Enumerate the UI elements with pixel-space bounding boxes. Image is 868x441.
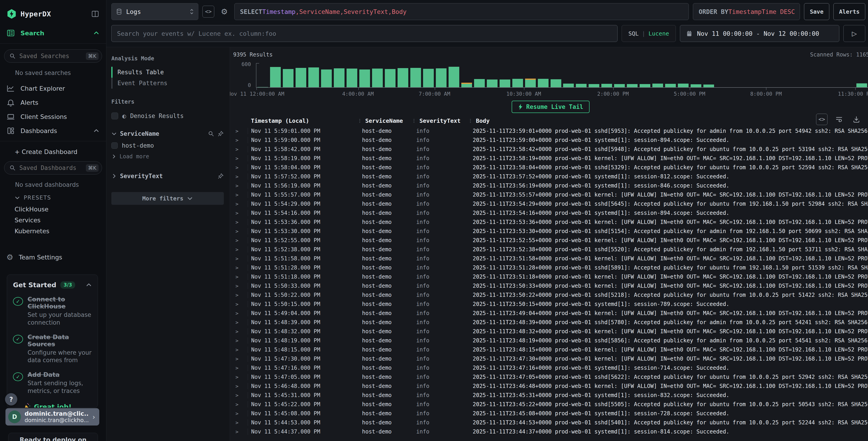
table-row[interactable]: >Nov 11 5:45:08.000 PMhost-demoinfo2025-… <box>233 409 868 418</box>
row-expand-chevron[interactable]: > <box>233 402 248 407</box>
row-expand-chevron[interactable]: > <box>233 392 248 398</box>
sidebar-item-team-settings[interactable]: ⚙ Team Settings <box>0 250 106 264</box>
table-row[interactable]: >Nov 11 5:51:28.000 PMhost-demoinfo2025-… <box>233 263 868 272</box>
table-row[interactable]: >Nov 11 5:44:53.000 PMhost-demoinfo2025-… <box>233 418 868 427</box>
get-started-item[interactable]: ✓ Connect to ClickHouse Set up your data… <box>13 296 92 327</box>
histogram-bar[interactable] <box>359 69 370 87</box>
help-button[interactable]: ? <box>5 393 17 406</box>
table-row[interactable]: >Nov 11 5:44:37.000 PMhost-demoinfo2025-… <box>233 427 868 436</box>
row-expand-chevron[interactable]: > <box>233 183 248 188</box>
load-more-button[interactable]: Load more <box>111 151 224 161</box>
histogram-bar[interactable] <box>703 85 714 87</box>
wrap-lines-button[interactable] <box>833 114 845 125</box>
row-expand-chevron[interactable]: > <box>233 265 248 271</box>
row-expand-chevron[interactable]: > <box>233 283 248 289</box>
save-button[interactable]: Save <box>804 3 829 20</box>
table-row[interactable]: >Nov 11 5:53:36.000 PMhost-demoinfo2025-… <box>233 217 868 227</box>
row-expand-chevron[interactable]: > <box>233 192 248 198</box>
row-expand-chevron[interactable]: > <box>233 174 248 179</box>
row-expand-chevron[interactable]: > <box>233 374 248 380</box>
host-demo-checkbox[interactable] <box>111 142 118 149</box>
preset-kubernetes[interactable]: Kubernetes <box>0 226 106 236</box>
mode-event-patterns[interactable]: Event Patterns <box>111 78 224 89</box>
row-expand-chevron[interactable]: > <box>233 274 248 280</box>
table-row[interactable]: >Nov 11 5:58:42.000 PMhost-demoinfo2025-… <box>233 145 868 154</box>
row-expand-chevron[interactable]: > <box>233 420 248 425</box>
histogram-bar[interactable] <box>385 69 396 87</box>
gear-icon[interactable]: ⚙ <box>218 6 230 18</box>
table-row[interactable]: >Nov 11 5:50:15.000 PMhost-demoinfo2025-… <box>233 299 868 308</box>
row-expand-chevron[interactable]: > <box>233 301 248 307</box>
row-expand-chevron[interactable]: > <box>233 247 248 253</box>
histogram-bar[interactable] <box>321 69 332 87</box>
histogram-bar[interactable] <box>857 83 867 87</box>
search-icon[interactable] <box>208 130 214 137</box>
event-search-input[interactable] <box>111 25 618 42</box>
filter-group-severitytext[interactable]: SeverityText <box>111 170 224 182</box>
saved-dashboards-box[interactable]: ⌘K <box>4 161 102 175</box>
histogram-bar[interactable] <box>474 79 485 87</box>
table-row[interactable]: >Nov 11 5:50:33.000 PMhost-demoinfo2025-… <box>233 281 868 290</box>
histogram-bar[interactable] <box>652 84 663 87</box>
sidebar-item-dashboards[interactable]: Dashboards <box>0 124 106 138</box>
column-header-timestamp[interactable]: Timestamp (Local) <box>248 118 362 124</box>
table-row[interactable]: >Nov 11 5:54:29.000 PMhost-demoinfo2025-… <box>233 199 868 208</box>
row-expand-chevron[interactable]: > <box>233 165 248 170</box>
row-expand-chevron[interactable]: > <box>233 347 248 353</box>
row-expand-chevron[interactable]: > <box>233 411 248 416</box>
alerts-button[interactable]: Alerts <box>833 3 865 20</box>
histogram-bar[interactable] <box>601 84 612 87</box>
row-expand-chevron[interactable]: > <box>233 128 248 134</box>
table-row[interactable]: >Nov 11 5:53:30.000 PMhost-demoinfo2025-… <box>233 227 868 236</box>
table-row[interactable]: >Nov 11 5:48:15.000 PMhost-demoinfo2025-… <box>233 345 868 354</box>
resume-live-tail-button[interactable]: Resume Live Tail <box>512 101 590 113</box>
table-row[interactable]: >Nov 11 5:47:05.000 PMhost-demoinfo2025-… <box>233 373 868 382</box>
table-row[interactable]: >Nov 11 5:51:58.000 PMhost-demoinfo2025-… <box>233 254 868 263</box>
histogram-bar[interactable] <box>551 79 561 87</box>
user-menu[interactable]: D dominic.tran@clic... dominic.tran@clic… <box>5 408 99 425</box>
row-expand-chevron[interactable]: > <box>233 155 248 161</box>
chevron-up-icon[interactable] <box>86 282 92 288</box>
row-expand-chevron[interactable]: > <box>233 311 248 316</box>
presets-toggle[interactable]: PRESETS <box>0 192 106 204</box>
column-header-body[interactable]: Body <box>473 118 868 124</box>
histogram-bar[interactable] <box>296 68 306 87</box>
table-row[interactable]: >Nov 11 5:55:57.000 PMhost-demoinfo2025-… <box>233 190 868 199</box>
histogram-bar[interactable] <box>512 79 523 87</box>
histogram-bar[interactable] <box>678 84 689 87</box>
row-expand-chevron[interactable]: > <box>233 365 248 371</box>
histogram-bar[interactable] <box>589 84 599 87</box>
table-row[interactable]: >Nov 11 5:48:19.000 PMhost-demoinfo2025-… <box>233 336 868 345</box>
histogram-bar[interactable] <box>614 84 625 87</box>
sidebar-item-alerts[interactable]: Alerts <box>0 95 106 110</box>
select-query[interactable]: SELECT Timestamp,ServiceName,SeverityTex… <box>234 3 689 20</box>
sql-toggle[interactable]: SQL <box>628 30 639 37</box>
histogram-bar[interactable] <box>563 84 574 87</box>
table-row[interactable]: >Nov 11 5:45:31.000 PMhost-demoinfo2025-… <box>233 391 868 400</box>
pin-icon[interactable] <box>217 130 224 137</box>
table-row[interactable]: >Nov 11 5:56:19.000 PMhost-demoinfo2025-… <box>233 181 868 190</box>
histogram-bar[interactable] <box>283 69 293 87</box>
sidebar-item-client-sessions[interactable]: Client Sessions <box>0 110 106 124</box>
source-select[interactable]: Logs <box>111 3 198 20</box>
row-expand-chevron[interactable]: > <box>233 429 248 435</box>
order-by-query[interactable]: ORDER BY TimestampTime DESC <box>693 3 800 20</box>
table-row[interactable]: >Nov 11 5:54:16.000 PMhost-demoinfo2025-… <box>233 208 868 217</box>
histogram-bar[interactable] <box>372 68 383 87</box>
table-row[interactable]: >Nov 11 5:48:39.000 PMhost-demoinfo2025-… <box>233 318 868 327</box>
histogram-bar[interactable] <box>640 84 650 87</box>
row-expand-chevron[interactable]: > <box>233 146 248 152</box>
preset-services[interactable]: Services <box>0 214 106 226</box>
table-row[interactable]: >Nov 11 5:58:19.000 PMhost-demoinfo2025-… <box>233 154 868 163</box>
deploy-teaser-card[interactable]: Ready to deploy on <box>8 433 98 441</box>
histogram-bar[interactable] <box>423 69 434 87</box>
pin-icon[interactable] <box>217 173 224 179</box>
table-row[interactable]: >Nov 11 5:45:22.000 PMhost-demoinfo2025-… <box>233 400 868 409</box>
table-row[interactable]: >Nov 11 5:59:01.000 PMhost-demoinfo2025-… <box>233 126 868 136</box>
histogram-bar[interactable] <box>436 68 446 87</box>
more-filters-button[interactable]: More filters <box>111 192 224 205</box>
sidebar-item-search[interactable]: Search <box>0 26 106 40</box>
table-row[interactable]: >Nov 11 5:58:04.000 PMhost-demoinfo2025-… <box>233 163 868 172</box>
histogram-bar[interactable] <box>627 84 638 87</box>
date-range-picker[interactable]: Nov 11 00:00:00 - Nov 12 00:00:00 <box>680 25 839 42</box>
